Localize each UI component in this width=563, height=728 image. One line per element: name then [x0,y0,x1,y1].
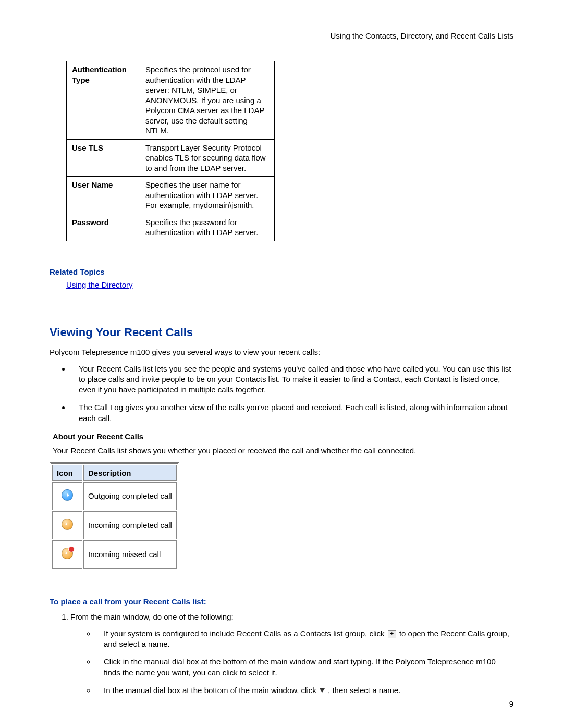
icon-desc: Incoming completed call [83,511,177,539]
substep-open-group: If your system is configured to include … [95,628,513,650]
about-heading: About your Recent Calls [53,432,513,441]
incoming-completed-icon [62,519,73,530]
table-row: Authentication Type Specifies the protoc… [67,61,275,140]
page-number: 9 [509,699,513,708]
setting-desc: Specifies the password for authenticatio… [140,214,275,241]
substep-dropdown: In the manual dial box at the bottom of … [95,685,513,696]
chapter-header: Using the Contacts, Directory, and Recen… [50,31,513,40]
substep-c-pre: In the manual dial box at the bottom of … [104,686,319,695]
incoming-missed-icon [62,548,73,559]
table-row: Incoming completed call [52,511,177,539]
step-1-text: From the main window, do one of the foll… [70,612,234,621]
table-row: Use TLS Transport Layer Security Protoco… [67,139,275,177]
description-header: Description [83,465,177,481]
setting-desc: Specifies the protocol used for authenti… [140,61,275,140]
step-1: From the main window, do one of the foll… [70,611,513,696]
bullet-call-log: The Call Log gives you another view of t… [70,402,513,424]
setting-label: Use TLS [67,139,140,177]
expand-icon: + [388,630,396,638]
about-text: Your Recent Calls list shows you whether… [53,445,513,456]
setting-desc: Specifies the user name for authenticati… [140,177,275,214]
substep-manual-dial: Click in the manual dial box at the bott… [95,657,513,678]
icon-header: Icon [52,465,82,481]
setting-label: User Name [67,177,140,214]
substep-c-post: , then select a name. [328,686,400,695]
dropdown-icon [320,688,325,693]
using-the-directory-link[interactable]: Using the Directory [66,280,133,289]
setting-label: Password [67,214,140,241]
table-row: Password Specifies the password for auth… [67,214,275,241]
icon-desc: Incoming missed call [83,540,177,569]
setting-desc: Transport Layer Security Protocol enable… [140,139,275,177]
ldap-settings-table: Authentication Type Specifies the protoc… [66,61,275,241]
section-intro: Polycom Telepresence m100 gives you seve… [50,347,513,357]
related-topics-heading: Related Topics [50,267,513,276]
table-row: Outgoing completed call [52,482,177,510]
substep-a-pre: If your system is configured to include … [104,629,387,638]
recent-calls-icon-table: Icon Description Outgoing completed call… [50,462,179,571]
outgoing-completed-icon [62,489,73,501]
table-row: Incoming missed call [52,540,177,569]
bullet-recent-calls: Your Recent Calls list lets you see the … [70,364,513,396]
section-title: Viewing Your Recent Calls [50,326,513,339]
icon-desc: Outgoing completed call [83,482,177,510]
setting-label: Authentication Type [67,61,140,140]
table-row: User Name Specifies the user name for au… [67,177,275,214]
procedure-heading: To place a call from your Recent Calls l… [50,597,513,606]
